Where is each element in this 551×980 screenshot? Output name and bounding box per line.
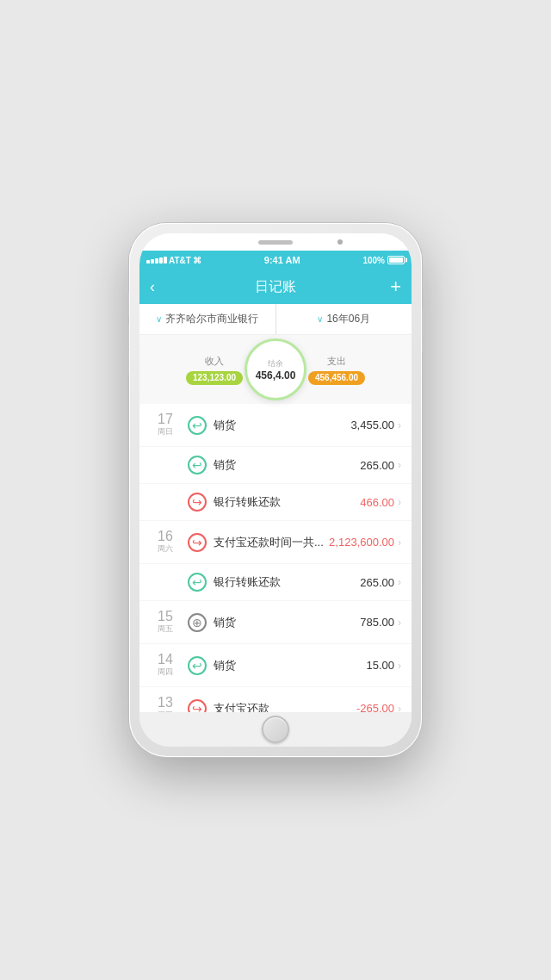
- battery-icon: [387, 256, 405, 264]
- day-label: 13 周三: [150, 696, 181, 712]
- transaction-name: 银行转账还款: [214, 574, 360, 590]
- income-label: 收入: [205, 355, 224, 368]
- chevron-right-icon: ›: [398, 703, 401, 713]
- chevron-right-icon: ›: [398, 660, 401, 672]
- chevron-right-icon: ›: [398, 576, 401, 588]
- transaction-row[interactable]: 17 周日 ↩ 销货 3,455.00 ›: [139, 404, 412, 447]
- transaction-row[interactable]: 13 周三 ↪ 支付宝还款 -265.00 ›: [139, 687, 412, 712]
- expense-value: 456,456.00: [315, 373, 358, 382]
- transaction-amount: 785.00: [360, 616, 394, 629]
- transaction-icon: ↪: [188, 533, 207, 552]
- transaction-row[interactable]: 16 周六 ↪ 支付宝还款时间一共... 2,123,600.00 ›: [139, 521, 412, 564]
- transaction-amount: 265.00: [360, 459, 394, 472]
- balance-label: 结余: [268, 358, 283, 369]
- status-right: 100%: [362, 256, 405, 265]
- bank-filter-label: 齐齐哈尔市商业银行: [165, 312, 258, 326]
- speaker: [258, 240, 293, 245]
- chevron-right-icon: ›: [398, 496, 401, 508]
- back-button[interactable]: ‹: [150, 278, 170, 296]
- period-filter[interactable]: ∨ 16年06月: [276, 304, 412, 334]
- carrier-label: AT&T: [169, 256, 191, 265]
- income-bar: 123,123.00: [186, 371, 243, 385]
- signal-icon: [146, 257, 167, 264]
- transaction-name: 销货: [214, 615, 360, 630]
- balance-value: 456,4.00: [256, 369, 296, 381]
- phone-screen: AT&T ⌘ 9:41 AM 100% ‹ 日记账 + ∨ 齐: [139, 233, 412, 747]
- transaction-row[interactable]: ↪ 银行转账还款 466.00 ›: [139, 484, 412, 521]
- transaction-name: 银行转账还款: [214, 494, 360, 510]
- bank-filter[interactable]: ∨ 齐齐哈尔市商业银行: [139, 304, 276, 334]
- phone-top-bar: [139, 233, 412, 251]
- transaction-amount: -265.00: [356, 702, 394, 712]
- transaction-amount: 15.00: [366, 659, 394, 672]
- transaction-name: 支付宝还款时间一共...: [214, 535, 329, 550]
- transaction-icon: ↩: [188, 456, 207, 474]
- chevron-right-icon: ›: [398, 617, 401, 629]
- day-label: 14 周四: [150, 653, 181, 678]
- transaction-row[interactable]: 14 周四 ↩ 销货 15.00 ›: [139, 644, 412, 687]
- income-value: 123,123.00: [193, 373, 236, 382]
- transaction-row[interactable]: ↩ 销货 265.00 ›: [139, 447, 412, 484]
- battery-percent: 100%: [362, 256, 385, 265]
- transaction-icon: ↪: [188, 493, 207, 512]
- camera: [337, 239, 343, 245]
- transaction-icon: ⊕: [188, 613, 207, 632]
- home-button-wrap: [139, 712, 412, 747]
- transaction-name: 销货: [214, 658, 366, 673]
- transaction-amount: 466.00: [360, 496, 394, 509]
- home-button[interactable]: [262, 716, 289, 743]
- transaction-name: 销货: [214, 418, 350, 433]
- chevron-right-icon: ›: [398, 537, 401, 549]
- chevron-down-icon: ∨: [156, 314, 162, 324]
- period-filter-label: 16年06月: [326, 312, 370, 326]
- status-left: AT&T ⌘: [146, 256, 201, 265]
- transaction-name: 销货: [214, 457, 360, 473]
- transaction-name: 支付宝还款: [214, 701, 356, 713]
- chevron-right-icon: ›: [398, 459, 401, 471]
- page-title: 日记账: [255, 278, 296, 296]
- transaction-row[interactable]: 15 周五 ⊕ 销货 785.00 ›: [139, 601, 412, 644]
- add-button[interactable]: +: [381, 276, 401, 298]
- summary-section: 收入 123,123.00 结余 456,4.00 支出 456,456.00: [139, 335, 412, 404]
- transaction-icon: ↩: [188, 416, 207, 435]
- chevron-down-icon-2: ∨: [317, 314, 323, 324]
- transaction-amount: 265.00: [360, 576, 394, 589]
- day-label: 15 周五: [150, 610, 181, 635]
- transaction-list: 17 周日 ↩ 销货 3,455.00 › ↩ 销货 265.00 › ↪ 银行…: [139, 404, 412, 712]
- balance-circle: 结余 456,4.00: [245, 338, 306, 400]
- nav-bar: ‹ 日记账 +: [139, 270, 412, 304]
- status-time: 9:41 AM: [264, 255, 300, 265]
- transaction-row[interactable]: ↩ 银行转账还款 265.00 ›: [139, 564, 412, 601]
- transaction-icon: ↪: [188, 699, 207, 713]
- expense-bar: 456,456.00: [308, 371, 365, 385]
- day-label: 17 周日: [150, 412, 181, 437]
- wifi-icon: ⌘: [193, 256, 201, 265]
- phone-frame: AT&T ⌘ 9:41 AM 100% ‹ 日记账 + ∨ 齐: [129, 223, 422, 757]
- filter-bar: ∨ 齐齐哈尔市商业银行 ∨ 16年06月: [139, 304, 412, 335]
- transaction-amount: 3,455.00: [350, 419, 394, 431]
- chevron-right-icon: ›: [398, 419, 401, 431]
- transaction-icon: ↩: [188, 573, 207, 592]
- expense-label: 支出: [327, 355, 346, 368]
- transaction-amount: 2,123,600.00: [329, 536, 394, 549]
- status-bar: AT&T ⌘ 9:41 AM 100%: [139, 251, 412, 270]
- transaction-icon: ↩: [188, 656, 207, 675]
- day-label: 16 周六: [150, 530, 181, 555]
